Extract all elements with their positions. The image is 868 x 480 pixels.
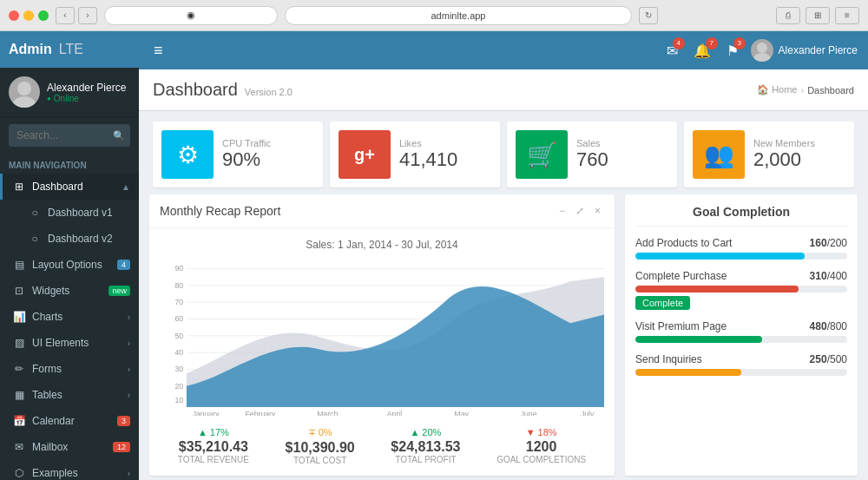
nav-label-v2: Dashboard v2: [48, 233, 113, 245]
sidebar-item-tables[interactable]: ▦ Tables ›: [0, 382, 139, 408]
goal-item-label-premium: Visit Premium Page: [635, 320, 727, 332]
nav-header: MAIN NAVIGATION: [0, 154, 139, 174]
minimize-button[interactable]: −: [556, 203, 569, 219]
expand-button[interactable]: ⤢: [572, 203, 588, 219]
nav-label-examples: Examples: [32, 467, 78, 479]
stat-change-cost: ∓ 0%: [286, 427, 355, 438]
goal-completion-box: Goal Completion Add Products to Cart 160…: [625, 194, 858, 476]
info-box-cpu: ⚙ CPU Traffic 90%: [153, 122, 323, 187]
monthly-report-header: Monthly Recap Report − ⤢ ×: [149, 194, 615, 228]
goal-bar-cart: [635, 253, 805, 260]
flags-icon[interactable]: ⚑ 3: [723, 39, 742, 62]
sidebar-item-calendar[interactable]: 📅 Calendar 3: [0, 408, 139, 434]
sidebar-item-widgets[interactable]: ⊡ Widgets new: [0, 278, 139, 304]
info-box-content-members: New Members 2,000: [753, 138, 845, 171]
monthly-report-title: Monthly Recap Report: [160, 204, 280, 218]
circle-icon-v2: ○: [27, 233, 43, 245]
sidebar-item-dashboard[interactable]: ⊞ Dashboard ▲: [0, 174, 139, 200]
refresh-button[interactable]: ↻: [639, 7, 658, 24]
sidebar-item-mailbox[interactable]: ✉ Mailbox 12: [0, 434, 139, 460]
nav-label-ui: UI Elements: [32, 337, 89, 349]
breadcrumb: 🏠 Home › Dashboard: [757, 84, 854, 95]
sidebar-brand: AdminLTE: [0, 31, 139, 68]
calendar-icon: 📅: [11, 415, 27, 427]
goal-completion-title: Goal Completion: [635, 205, 847, 227]
topbar-user[interactable]: Alexander Pierce: [751, 39, 858, 62]
main-area: ≡ ✉ 4 🔔 7 ⚑ 3 Alexander: [139, 31, 868, 480]
goal-completion: Goal Completion Add Products to Cart 160…: [625, 194, 858, 397]
nav-label-dashboard: Dashboard: [32, 181, 83, 193]
tables-icon: ▦: [11, 389, 27, 401]
dot-yellow[interactable]: [23, 10, 34, 21]
sidebar-item-charts[interactable]: 📊 Charts ›: [0, 304, 139, 330]
user-name: Alexander Pierce: [47, 82, 126, 94]
avatar: [9, 76, 40, 108]
sidebar-item-examples[interactable]: ⬡ Examples ›: [0, 460, 139, 480]
dot-green[interactable]: [38, 10, 49, 21]
svg-text:40: 40: [174, 348, 183, 357]
share-button[interactable]: ⎙: [776, 7, 800, 24]
messages-icon[interactable]: ✉ 4: [663, 39, 681, 62]
svg-text:May: May: [455, 410, 470, 415]
goal-progress-purchase: [635, 286, 847, 293]
svg-text:June: June: [521, 410, 537, 415]
sidebar-item-layout[interactable]: ▤ Layout Options 4: [0, 252, 139, 278]
sidebar-search: 🔍: [0, 117, 139, 154]
goal-item-label-cart: Add Products to Cart: [635, 237, 732, 249]
address-bar[interactable]: adminlte.app: [285, 6, 632, 25]
goal-item-cart: Add Products to Cart 160/200: [635, 237, 847, 260]
dashboard-row: Monthly Recap Report − ⤢ × Sales: 1 Jan,…: [139, 194, 868, 480]
info-box-value-cpu: 90%: [222, 148, 314, 171]
info-box-icon-cpu: ⚙: [161, 130, 214, 179]
chart-stat-revenue: ▲ 17% $35,210.43 TOTAL REVENUE: [178, 427, 249, 465]
user-info: Alexander Pierce Online: [47, 82, 126, 103]
brand-admin: Admin: [9, 42, 52, 57]
stat-label-cost: TOTAL COST: [286, 456, 355, 465]
menu-button[interactable]: ≡: [835, 7, 859, 24]
new-tab-button[interactable]: ⊞: [806, 7, 830, 24]
nav-label-widgets: Widgets: [32, 285, 69, 297]
url-text: adminlte.app: [431, 10, 486, 21]
goal-bar-purchase: [635, 286, 799, 293]
info-box-likes: g+ Likes 41,410: [330, 122, 500, 187]
favicon: ◉: [187, 10, 195, 21]
browser-actions: ⎙ ⊞ ≡: [776, 7, 859, 24]
stat-value-cost: $10,390.90: [286, 440, 355, 456]
dot-red[interactable]: [9, 10, 19, 21]
box-tools: − ⤢ ×: [556, 203, 604, 219]
sidebar-item-dashboard-v2[interactable]: ○ Dashboard v2: [0, 226, 139, 252]
mailbox-icon: ✉: [11, 441, 27, 453]
monthly-report-box: Monthly Recap Report − ⤢ × Sales: 1 Jan,…: [149, 194, 615, 476]
goal-item-value-inquiries: 250/500: [810, 353, 847, 365]
sidebar-item-dashboard-v1[interactable]: ○ Dashboard v1: [0, 200, 139, 226]
sidebar-item-ui-elements[interactable]: ▨ UI Elements ›: [0, 330, 139, 356]
breadcrumb-home[interactable]: 🏠 Home: [757, 84, 797, 95]
back-button[interactable]: ‹: [56, 7, 75, 24]
close-button[interactable]: ×: [591, 203, 604, 219]
messages-badge: 4: [673, 37, 685, 49]
sidebar-user: Alexander Pierce Online: [0, 68, 139, 117]
notifications-badge: 7: [706, 37, 718, 49]
circle-icon-v1: ○: [27, 207, 43, 219]
sidebar-item-forms[interactable]: ✏ Forms ›: [0, 356, 139, 382]
breadcrumb-current: Dashboard: [807, 85, 854, 95]
sidebar-toggle[interactable]: ≡: [149, 37, 168, 64]
info-box-members: 👥 New Members 2,000: [684, 122, 854, 187]
svg-text:50: 50: [174, 332, 183, 340]
info-box-content-sales: Sales 760: [576, 138, 668, 171]
info-box-label-cpu: CPU Traffic: [222, 138, 314, 148]
main-content: ⚙ CPU Traffic 90% g+ Likes 41,410 🛒: [139, 111, 868, 480]
info-box-label-members: New Members: [753, 138, 845, 148]
chart-container: 90 80 70 60 50 40 30 20 10: [160, 256, 604, 418]
nav-label-charts: Charts: [32, 311, 62, 323]
svg-text:80: 80: [174, 281, 183, 290]
search-input[interactable]: [9, 124, 130, 147]
info-box-label-sales: Sales: [576, 138, 668, 148]
svg-point-3: [753, 53, 771, 62]
forward-button[interactable]: ›: [78, 7, 97, 24]
content-header: Dashboard Version 2.0 🏠 Home › Dashboard: [139, 69, 868, 111]
notifications-icon[interactable]: 🔔 7: [690, 39, 714, 62]
goal-item-purchase: Complete Purchase 310/400 Complete: [635, 270, 847, 310]
nav-arrow-dashboard: ▲: [122, 182, 130, 192]
stat-value-goals: 1200: [496, 439, 586, 455]
